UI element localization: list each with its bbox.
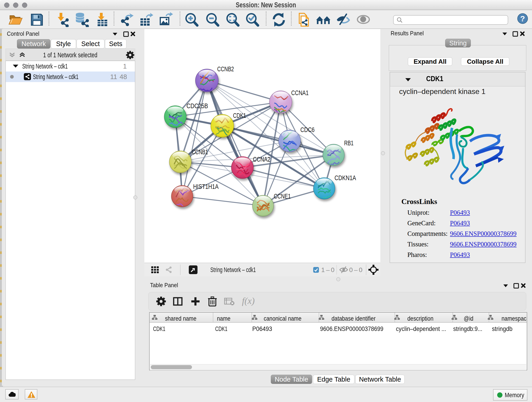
svg-text:HIST1H1A: HIST1H1A (193, 183, 219, 190)
svg-text:CDC6: CDC6 (300, 126, 315, 133)
svg-text:CCNA2: CCNA2 (253, 156, 270, 163)
svg-text:CCNB1: CCNB1 (192, 148, 208, 156)
svg-text:CDC25B: CDC25B (186, 102, 208, 109)
svg-text:CDKN1A: CDKN1A (335, 174, 356, 182)
svg-text:CCNB2: CCNB2 (217, 65, 234, 73)
svg-text:CCNA1: CCNA1 (291, 89, 309, 96)
svg-text:CCNE1: CCNE1 (274, 192, 291, 200)
svg-text:RB1: RB1 (344, 139, 354, 147)
svg-text:CDK1: CDK1 (233, 112, 246, 119)
